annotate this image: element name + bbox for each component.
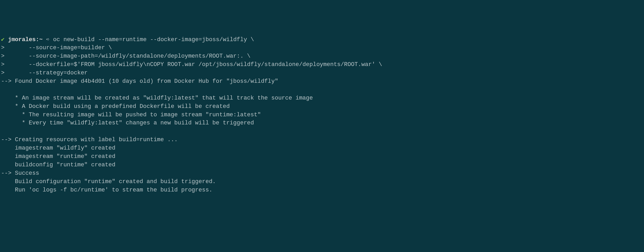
prompt-user-host: jmorales:~: [8, 36, 43, 43]
output-bullet: * The resulting image will be pushed to …: [1, 112, 261, 118]
command-continuation: > --strategy=docker: [1, 70, 88, 76]
output-runlogs: Run 'oc logs -f bc/runtime' to stream th…: [1, 187, 212, 193]
output-success: --> Success: [1, 170, 39, 177]
output-bullet: * Every time "wildfly:latest" changes a …: [1, 120, 254, 126]
output-found: --> Found Docker image d4b4d01 (10 days …: [1, 78, 278, 85]
output-buildconf-msg: Build configuration "runtime" created an…: [1, 178, 216, 185]
check-icon: ✔: [1, 36, 4, 43]
output-bullet: * An image stream will be created as "wi…: [1, 95, 313, 101]
prompt-line: ✔ jmorales:~ ➪ oc new-build --name=runti…: [1, 36, 254, 43]
prompt-arrow-icon: ➪: [46, 36, 50, 43]
command-continuation: > --source-image=builder \: [1, 45, 112, 51]
output-creating: --> Creating resources with label build=…: [1, 136, 178, 143]
output-imagestream: imagestream "wildfly" created: [1, 145, 115, 151]
command-text: oc new-build --name=runtime --docker-ima…: [53, 36, 254, 43]
command-continuation: > --source-image-path=/wildfly/standalon…: [1, 53, 251, 59]
output-buildconfig: buildconfig "runtime" created: [1, 162, 115, 168]
output-bullet: * A Docker build using a predefined Dock…: [1, 103, 230, 110]
output-imagestream: imagestream "runtime" created: [1, 153, 115, 160]
command-continuation: > --dockerfile=$'FROM jboss/wildfly\nCOP…: [1, 61, 382, 68]
terminal-window[interactable]: ✔ jmorales:~ ➪ oc new-build --name=runti…: [1, 36, 643, 194]
